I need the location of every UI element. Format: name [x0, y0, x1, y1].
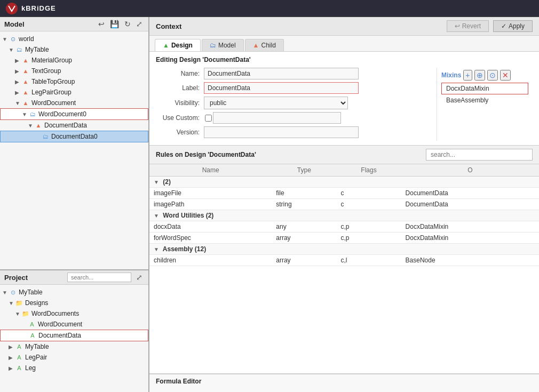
proj-myTable2[interactable]: ▶ A MyTable [0, 341, 148, 352]
tab-child[interactable]: ▲ Child [245, 39, 284, 51]
useCustom-row: Use Custom: [156, 112, 437, 124]
tree-world[interactable]: ▼ ⊙ world [0, 34, 148, 44]
model-undo-btn[interactable]: ↩ [97, 19, 106, 29]
proj-legPair[interactable]: ▶ A LegPair [0, 352, 148, 363]
tree-documentData0-label: DocumentData0 [51, 133, 98, 140]
rules-section: Rules on Design 'DocumentData' Name Type… [149, 146, 539, 373]
mixin-delete-btn[interactable]: ✕ [500, 70, 511, 81]
tree-materialGroup[interactable]: ▶ ▲ MaterialGroup [0, 55, 148, 66]
proj-folder-designs: 📁 [15, 299, 23, 307]
tree-arrow-legpair: ▶ [15, 90, 21, 95]
child-tab-icon: ▲ [253, 42, 259, 49]
version-row: Version: [156, 126, 437, 138]
rules-search-input[interactable] [426, 149, 533, 161]
tree-arrow-tabletop: ▶ [15, 79, 21, 85]
proj-myTable2-label: MyTable [25, 343, 49, 350]
tree-myTable[interactable]: ▼ 🗂 MyTable [0, 44, 148, 55]
label-input[interactable] [204, 82, 359, 94]
proj-myTable[interactable]: ▼ ⊙ MyTable [0, 287, 148, 298]
useCustom-input[interactable] [213, 112, 341, 124]
main-layout: Model ↩ 💾 ↻ ⤢ ▼ ⊙ world ▼ 🗂 MyTable ▶ [0, 17, 539, 392]
version-label: Version: [156, 129, 204, 136]
rule-forWordSpec-name: forWordSpec [149, 233, 272, 244]
tab-model[interactable]: 🗂 Model [202, 39, 244, 51]
rule-forWordSpec[interactable]: forWordSpec array c,p DocxDataMixin [149, 233, 539, 244]
proj-arrow-wordDocs: ▼ [15, 311, 21, 317]
group-icon-docdata: ▲ [34, 121, 43, 130]
tree-wordDocument0[interactable]: ▼ 🗂 WordDocument0 [0, 108, 148, 120]
revert-label: Revert [462, 22, 481, 30]
model-panel-header: Model ↩ 💾 ↻ ⤢ [0, 17, 148, 31]
project-expand-btn[interactable]: ⤢ [134, 273, 144, 282]
mixin-up-btn[interactable]: ⊕ [474, 70, 485, 81]
tree-legPairGroup[interactable]: ▶ ▲ LegPairGroup [0, 87, 148, 98]
col-flags: Flags [336, 164, 401, 177]
logo-icon [5, 2, 18, 15]
model-tab-label: Model [218, 42, 236, 49]
rule-docxData-type: any [272, 221, 336, 233]
rules-header: Rules on Design 'DocumentData' [149, 146, 539, 164]
project-search-input[interactable] [67, 273, 131, 282]
apply-button[interactable]: ✓ Apply [493, 20, 533, 32]
rule-imageFile-origin: DocumentData [401, 188, 539, 199]
useCustom-checkbox[interactable] [205, 115, 212, 122]
tree-wordDocument[interactable]: ▼ ▲ WordDocument [0, 98, 148, 108]
rule-imageFile-type: file [272, 188, 336, 199]
mixin-baseAssembly[interactable]: BaseAssembly [441, 94, 528, 106]
tree-myTable-label: MyTable [25, 46, 49, 53]
proj-design-icon-leg: A [15, 364, 23, 372]
revert-button[interactable]: ↩ Revert [447, 20, 489, 32]
tree-documentData-node-label: DocumentData [44, 122, 87, 129]
proj-wordDocument[interactable]: A WordDocument [0, 319, 148, 330]
rule-imagePath[interactable]: imagePath string c DocumentData [149, 199, 539, 210]
visibility-select[interactable]: public private protected [204, 97, 348, 109]
rule-imagePath-flags: c [336, 199, 401, 210]
editing-body: Name: Label: Visibility: public private [156, 68, 533, 141]
name-row: Name: [156, 68, 437, 79]
design-icon-docdata0: 🗂 [41, 132, 50, 141]
group-unnamed-label: ▼ (2) [149, 177, 539, 188]
tree-tableTopGroup[interactable]: ▶ ▲ TableTopGroup [0, 76, 148, 87]
rule-children[interactable]: children array c,l BaseNode [149, 255, 539, 266]
mixin-down-btn[interactable]: ⊙ [487, 70, 498, 81]
visibility-select-row: public private protected [204, 97, 364, 109]
table-icon: 🗂 [15, 45, 23, 54]
group-wordUtilities: ▼ Word Utilities (2) [149, 210, 539, 221]
proj-documentData[interactable]: A DocumentData [0, 330, 148, 341]
visibility-label: Visibility: [156, 99, 204, 107]
revert-icon: ↩ [455, 22, 460, 30]
proj-arrow-legPair: ▶ [9, 355, 15, 361]
rule-imageFile[interactable]: imageFile file c DocumentData [149, 188, 539, 199]
model-expand-btn[interactable]: ⤢ [134, 19, 144, 29]
model-title: Model [4, 20, 25, 28]
tab-design[interactable]: ▲ Design [155, 39, 201, 51]
name-input[interactable] [204, 68, 359, 79]
mixin-baseAssembly-label: BaseAssembly [446, 97, 488, 104]
tree-documentData0[interactable]: 🗂 DocumentData0 [0, 131, 148, 142]
version-input[interactable] [204, 126, 359, 138]
child-tab-label: Child [261, 42, 275, 49]
rules-table-container: Name Type Flags O ▼ (2) [149, 164, 539, 373]
design-tab-icon: ▲ [163, 42, 169, 49]
group-arrow-word: ▼ [154, 213, 159, 219]
mixin-add-btn[interactable]: + [463, 70, 472, 81]
model-refresh-btn[interactable]: ↻ [123, 19, 132, 29]
model-save-btn[interactable]: 💾 [108, 19, 121, 29]
tree-tableTopGroup-label: TableTopGroup [31, 78, 75, 85]
proj-designs[interactable]: ▼ 📁 Designs [0, 298, 148, 308]
rule-docxData[interactable]: docxData any c,p DocxDataMixin [149, 221, 539, 233]
apply-icon: ✓ [501, 22, 506, 30]
proj-wordDocument-label: WordDocument [38, 321, 82, 328]
mixin-docxDataMixin[interactable]: DocxDataMixin [441, 83, 528, 94]
proj-legPair-label: LegPair [25, 354, 47, 361]
proj-designs-label: Designs [25, 299, 48, 307]
rule-children-origin: BaseNode [401, 255, 539, 266]
group-arrow-unnamed: ▼ [154, 179, 159, 185]
rules-table: Name Type Flags O ▼ (2) [149, 164, 539, 266]
rule-docxData-flags: c,p [336, 221, 401, 233]
tree-documentData-node[interactable]: ▼ ▲ DocumentData [0, 120, 148, 131]
proj-leg[interactable]: ▶ A Leg [0, 363, 148, 373]
tree-textGroup[interactable]: ▶ ▲ TextGroup [0, 66, 148, 76]
proj-wordDocuments[interactable]: ▼ 📁 WordDocuments [0, 308, 148, 319]
rule-docxData-name: docxData [149, 221, 272, 233]
